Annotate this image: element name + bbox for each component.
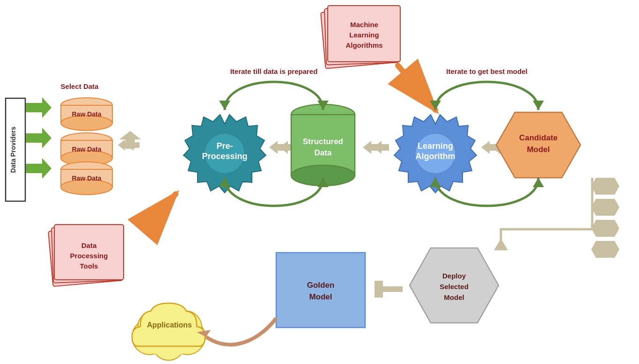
iterate-learn-arrow-right	[533, 101, 544, 110]
svg-marker-29	[591, 241, 619, 258]
iterate-learn-bottom-arrow2	[533, 178, 544, 187]
golden-model-shape	[276, 253, 365, 328]
dp-tools-label-1: Data	[81, 241, 97, 249]
golden-model-label-2: Model	[309, 292, 332, 301]
struct-data-label-2: Data	[315, 148, 332, 157]
candidate-to-deploy-arrowhead	[494, 239, 508, 250]
applications-cloud: Applications	[132, 303, 205, 360]
gray-chevrons-deploy-golden	[375, 281, 403, 298]
dp-tools-label-2: Processing	[70, 252, 108, 260]
arrow-provider-2	[26, 128, 51, 148]
arrow-provider-1	[26, 97, 51, 118]
svg-marker-26	[591, 178, 619, 195]
deploy-label-2: Selected	[440, 283, 469, 291]
raw-data-1-label: Raw Data	[72, 110, 101, 118]
ml-algo-arrow	[398, 66, 435, 110]
ml-pipeline-diagram: Data Providers Raw Data Raw Data Raw Dat…	[0, 0, 639, 364]
applications-to-golden-arrow	[206, 318, 276, 345]
gray-chevrons-struct-learn	[363, 141, 389, 154]
svg-marker-27	[591, 199, 619, 216]
candidate-to-deploy-line	[501, 178, 592, 250]
iterate-pre-label: Iterate till data is prepared	[230, 67, 318, 75]
struct-data-label-1: Structured	[303, 137, 343, 146]
arrow-provider-3	[26, 158, 51, 179]
svg-text:Learning: Learning	[418, 141, 453, 151]
deploy-label-3: Model	[444, 293, 464, 301]
golden-model-label-1: Golden	[307, 281, 335, 290]
iterate-arrow-left	[219, 101, 230, 110]
iterate-learn-label: Iterate to get best model	[446, 67, 527, 75]
ml-algo-label-3: Algorithms	[345, 41, 382, 49]
svg-text:Pre-: Pre-	[216, 141, 233, 151]
dp-tools-arrow	[145, 194, 176, 229]
candidate-model-label-2: Model	[527, 145, 550, 154]
applications-label: Applications	[147, 321, 192, 329]
select-data-label: Select Data	[61, 82, 99, 90]
down-chevrons	[591, 178, 619, 258]
svg-marker-20	[373, 141, 389, 154]
ml-algo-label-1: Machine	[350, 21, 378, 29]
deploy-label-1: Deploy	[442, 272, 466, 280]
svg-marker-31	[375, 281, 403, 298]
svg-text:Algorithm: Algorithm	[416, 152, 455, 161]
candidate-model-label-1: Candidate	[519, 133, 558, 142]
iterate-learn-candidate-curve	[435, 82, 538, 110]
dp-tools-label-3: Tools	[80, 262, 98, 270]
ml-algo-label-2: Learning	[349, 31, 379, 39]
svg-text:Processing: Processing	[202, 152, 247, 161]
svg-marker-28	[591, 220, 619, 237]
raw-data-3-label: Raw Data	[72, 175, 101, 182]
data-providers-label: Data Providers	[9, 126, 17, 173]
raw-data-2-label: Raw Data	[72, 146, 101, 153]
